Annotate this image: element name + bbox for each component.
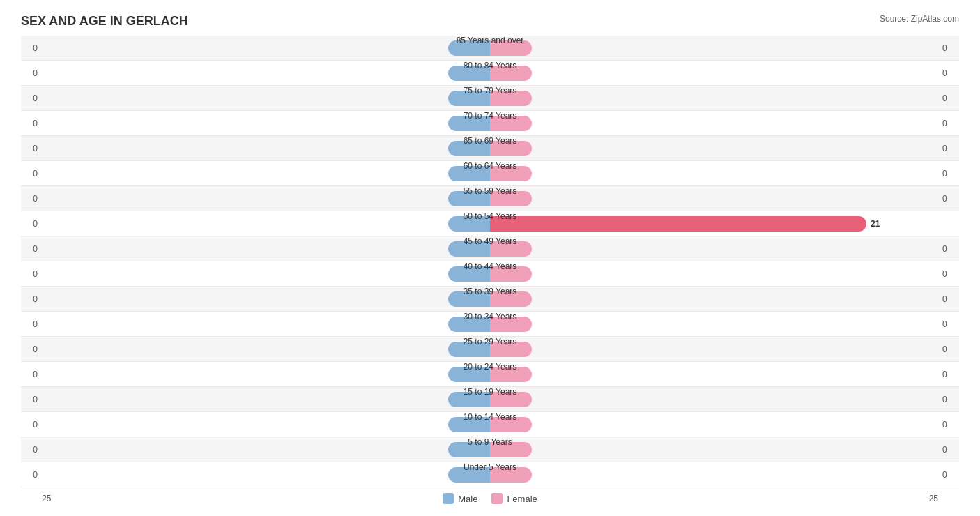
male-value: 0	[21, 169, 42, 179]
female-value: 0	[938, 319, 959, 329]
female-value: 0	[938, 269, 959, 279]
female-value: 0	[938, 370, 959, 379]
bar-container: 55 to 59 Years	[42, 186, 938, 211]
table-row: 060 to 64 Years0	[21, 161, 959, 186]
bar-container: 35 to 39 Years	[42, 287, 938, 311]
table-row: 025 to 29 Years0	[21, 337, 959, 362]
male-bar	[448, 417, 490, 432]
female-bar	[490, 467, 532, 483]
male-bar	[448, 91, 490, 106]
bar-container: 25 to 29 Years	[42, 337, 938, 361]
female-value: 0	[938, 169, 959, 179]
bar-container: Under 5 Years	[42, 462, 938, 487]
male-value: 0	[21, 43, 42, 53]
female-bar	[490, 266, 532, 282]
chart-area: 085 Years and over0080 to 84 Years0075 t…	[21, 36, 959, 487]
male-value: 0	[21, 219, 42, 229]
male-value: 0	[21, 445, 42, 455]
table-row: 020 to 24 Years0	[21, 362, 959, 387]
female-bar	[490, 291, 532, 307]
bar-container: 15 to 19 Years	[42, 387, 938, 411]
axis-left-label: 25	[42, 494, 51, 503]
table-row: 075 to 79 Years0	[21, 86, 959, 111]
female-value: 0	[938, 344, 959, 354]
female-bar	[490, 191, 532, 206]
bar-container: 75 to 79 Years	[42, 86, 938, 110]
female-value: 0	[938, 420, 959, 430]
legend-male: Male	[443, 493, 477, 504]
table-row: 040 to 44 Years0	[21, 261, 959, 287]
bar-container: 65 to 69 Years	[42, 136, 938, 160]
male-value: 0	[21, 344, 42, 354]
male-bar	[448, 367, 490, 382]
male-bar	[448, 216, 490, 232]
female-bar	[490, 216, 866, 232]
male-bar	[448, 392, 490, 407]
female-value: 0	[938, 144, 959, 153]
female-bar	[490, 442, 532, 457]
female-bar	[490, 417, 532, 432]
table-row: 035 to 39 Years0	[21, 287, 959, 312]
female-bar	[490, 166, 532, 181]
female-value: 0	[938, 445, 959, 455]
male-bar	[448, 116, 490, 131]
bar-container: 70 to 74 Years	[42, 111, 938, 135]
female-value: 0	[938, 244, 959, 254]
female-value: 0	[938, 294, 959, 304]
male-value: 0	[21, 470, 42, 480]
axis-right-label: 25	[929, 494, 938, 503]
male-bar	[448, 166, 490, 181]
male-bar	[448, 291, 490, 307]
female-bar	[490, 317, 532, 332]
table-row: 015 to 19 Years0	[21, 387, 959, 412]
legend-female-label: Female	[507, 494, 537, 504]
male-value: 0	[21, 144, 42, 153]
table-row: 045 to 49 Years0	[21, 236, 959, 261]
table-row: 080 to 84 Years0	[21, 61, 959, 86]
bar-container: 60 to 64 Years	[42, 161, 938, 185]
female-value-inline: 21	[866, 219, 880, 229]
male-bar	[448, 40, 490, 56]
legend-female-box	[491, 493, 503, 504]
table-row: 070 to 74 Years0	[21, 111, 959, 136]
table-row: 065 to 69 Years0	[21, 136, 959, 161]
table-row: 055 to 59 Years0	[21, 186, 959, 211]
male-bar	[448, 342, 490, 357]
female-bar	[490, 241, 532, 257]
male-bar	[448, 317, 490, 332]
male-value: 0	[21, 93, 42, 103]
male-value: 0	[21, 119, 42, 128]
male-bar	[448, 467, 490, 483]
female-value: 0	[938, 119, 959, 128]
male-value: 0	[21, 319, 42, 329]
female-value: 0	[938, 194, 959, 204]
legend-male-label: Male	[458, 494, 477, 504]
table-row: 010 to 14 Years0	[21, 412, 959, 437]
male-value: 0	[21, 420, 42, 430]
female-value: 0	[938, 470, 959, 480]
table-row: 030 to 34 Years0	[21, 312, 959, 337]
female-bar	[490, 116, 532, 131]
bar-container: 80 to 84 Years	[42, 61, 938, 85]
source-label: Source: ZipAtlas.com	[880, 14, 959, 24]
female-bar	[490, 91, 532, 106]
male-value: 0	[21, 370, 42, 379]
male-bar	[448, 66, 490, 81]
chart-footer: 25 Male Female 25	[21, 493, 959, 504]
table-row: 0Under 5 Years0	[21, 462, 959, 487]
male-value: 0	[21, 294, 42, 304]
female-bar	[490, 342, 532, 357]
male-value: 0	[21, 194, 42, 204]
female-bar	[490, 66, 532, 81]
bar-container: 10 to 14 Years	[42, 412, 938, 437]
table-row: 085 Years and over0	[21, 36, 959, 61]
male-bar	[448, 191, 490, 206]
legend-female: Female	[491, 493, 537, 504]
male-bar	[448, 442, 490, 457]
table-row: 02150 to 54 Years	[21, 211, 959, 236]
bar-container: 5 to 9 Years	[42, 437, 938, 462]
bar-container: 45 to 49 Years	[42, 236, 938, 261]
bar-container: 20 to 24 Years	[42, 362, 938, 386]
male-value: 0	[21, 269, 42, 279]
female-value: 0	[938, 43, 959, 53]
